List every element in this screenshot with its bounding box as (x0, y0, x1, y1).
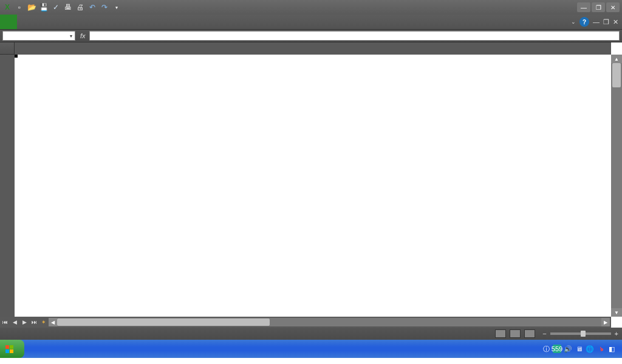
tray-icon-4[interactable]: 🖥 (575, 345, 583, 353)
print-preview-icon[interactable]: 🖶 (63, 2, 73, 12)
window-controls: — ❐ ✕ (577, 2, 622, 12)
sheet-nav-first-button[interactable]: ⏮ (0, 317, 10, 328)
sheet-nav-prev-button[interactable]: ◀ (10, 317, 19, 328)
tray-icon-6[interactable]: ঌ (596, 345, 605, 353)
formula-bar: fx (0, 29, 622, 42)
scroll-up-icon[interactable]: ▲ (611, 55, 622, 63)
qat-customize-icon[interactable]: ▾ (112, 2, 121, 12)
redo-icon[interactable]: ↷ (100, 2, 109, 12)
system-tray: ⓘ 559 🔊 🖥 🌐 ঌ ◧ (536, 345, 622, 353)
new-sheet-button[interactable]: ✶ (39, 317, 49, 328)
horizontal-scroll-thumb[interactable] (57, 318, 270, 326)
view-normal-button[interactable] (495, 329, 506, 338)
new-icon[interactable]: ▫ (15, 2, 24, 12)
ribbon-expand-icon[interactable]: ⌄ (571, 19, 576, 25)
sheet-tab-bar: ⏮ ◀ ▶ ⏭ ✶ ◀ ▶ (0, 317, 611, 328)
tray-icon-1[interactable]: ⓘ (542, 345, 550, 353)
vertical-scroll-thumb[interactable] (612, 63, 621, 87)
zoom-out-button[interactable]: − (542, 330, 546, 337)
title-bar: X ▫ 📂 💾 ✓ 🖶 🖨 ↶ ↷ ▾ — ❐ ✕ (0, 0, 622, 15)
maximize-button[interactable]: ❐ (592, 2, 605, 12)
quick-access-toolbar: X ▫ 📂 💾 ✓ 🖶 🖨 ↶ ↷ ▾ (0, 2, 121, 12)
workbook-close-button[interactable]: ✕ (613, 18, 618, 26)
view-pagebreak-button[interactable] (524, 329, 535, 338)
sheet-nav-next-button[interactable]: ▶ (19, 317, 29, 328)
scroll-down-icon[interactable]: ▼ (611, 308, 622, 317)
save-icon[interactable]: 💾 (39, 2, 49, 12)
open-icon[interactable]: 📂 (27, 2, 36, 12)
fill-handle[interactable] (15, 55, 18, 58)
tray-icon-3[interactable]: 🔊 (564, 345, 572, 353)
windows-taskbar: ⓘ 559 🔊 🖥 🌐 ঌ ◧ (0, 340, 622, 358)
zoom-slider[interactable] (550, 332, 611, 335)
windows-flag-icon (5, 345, 13, 353)
print-icon[interactable]: 🖨 (75, 2, 85, 12)
formula-input[interactable] (89, 31, 620, 41)
fx-icon[interactable]: fx (80, 32, 86, 39)
view-layout-button[interactable] (510, 329, 521, 338)
ribbon: ⌄ ? — ❐ ✕ (0, 15, 622, 29)
row-headers (0, 55, 15, 317)
tray-icon-7[interactable]: ◧ (607, 345, 616, 353)
undo-icon[interactable]: ↶ (87, 2, 97, 12)
selection-cursor (15, 55, 17, 57)
tray-icon-2[interactable]: 559 (553, 345, 561, 353)
spell-icon[interactable]: ✓ (51, 2, 61, 12)
close-button[interactable]: ✕ (606, 2, 620, 12)
select-all-corner[interactable] (0, 42, 15, 55)
minimize-button[interactable]: — (577, 2, 590, 12)
status-bar: − + (0, 328, 622, 340)
horizontal-scrollbar[interactable]: ◀ ▶ (49, 318, 610, 326)
scroll-right-icon[interactable]: ▶ (601, 318, 610, 326)
scroll-left-icon[interactable]: ◀ (49, 318, 57, 326)
column-headers (15, 42, 611, 55)
zoom-in-button[interactable]: + (615, 330, 618, 337)
vertical-scrollbar[interactable]: ▲ ▼ (611, 55, 622, 317)
workbook-minimize-button[interactable]: — (593, 18, 600, 25)
ribbon-right: ⌄ ? — ❐ ✕ (571, 15, 622, 29)
sheet-nav-last-button[interactable]: ⏭ (29, 317, 39, 328)
excel-icon: X (2, 2, 12, 12)
help-icon[interactable]: ? (579, 17, 589, 27)
spreadsheet-grid: ▲ ▼ ⏮ ◀ ▶ ⏭ ✶ ◀ ▶ (0, 42, 622, 328)
tray-icon-5[interactable]: 🌐 (586, 345, 594, 353)
name-box[interactable] (2, 31, 75, 41)
start-button[interactable] (0, 340, 24, 358)
workbook-restore-button[interactable]: ❐ (603, 18, 609, 26)
cells-area[interactable] (15, 55, 611, 317)
tab-file[interactable] (0, 15, 17, 29)
